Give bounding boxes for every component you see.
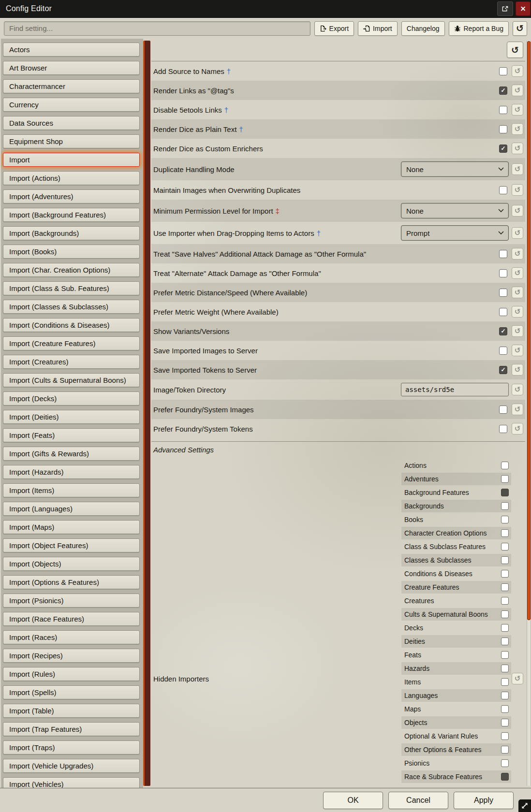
sidebar-item[interactable]: Import (Char. Creation Options) [3, 263, 140, 277]
row-reset-button[interactable]: ↺ [512, 306, 523, 318]
sidebar-item[interactable]: Import (Decks) [3, 392, 140, 406]
hidden-importer-checkbox[interactable]: ✓ [501, 556, 509, 564]
sidebar-item[interactable]: Import (Trap Features) [3, 722, 140, 736]
hidden-importer-checkbox[interactable]: ✓ [501, 719, 509, 726]
row-reset-button[interactable]: ↺ [512, 325, 523, 337]
sidebar-item[interactable]: Import (Recipes) [3, 649, 140, 663]
sidebar-item[interactable]: Import (Adventures) [3, 189, 140, 203]
main-scrollbar-thumb[interactable] [527, 41, 531, 620]
sidebar-item[interactable]: Import [3, 153, 140, 167]
setting-checkbox[interactable]: ✓ [499, 366, 507, 374]
row-reset-button[interactable]: ↺ [512, 143, 523, 154]
sidebar-scrollbar-thumb[interactable] [143, 41, 150, 786]
sidebar-item[interactable]: Import (Creature Features) [3, 336, 140, 350]
setting-checkbox[interactable]: ✓ [499, 308, 507, 316]
search-input[interactable] [4, 21, 310, 36]
setting-checkbox[interactable]: ✓ [499, 145, 507, 153]
sidebar-item[interactable]: Import (Spells) [3, 685, 140, 699]
row-reset-button[interactable]: ↺ [512, 85, 523, 96]
sidebar-item[interactable]: Import (Class & Sub. Features) [3, 281, 140, 295]
setting-checkbox[interactable]: ✓ [499, 106, 507, 114]
sidebar-item[interactable]: Import (Backgrounds) [3, 226, 140, 240]
reset-all-button[interactable]: ↺ [507, 42, 523, 58]
hidden-importer-checkbox[interactable]: ✓ [501, 597, 509, 605]
sidebar-item[interactable]: Import (Deities) [3, 410, 140, 424]
sidebar-item[interactable]: Import (Hazards) [3, 465, 140, 479]
row-reset-button[interactable]: ↺ [512, 345, 523, 356]
report-bug-button[interactable]: Report a Bug [449, 21, 509, 36]
sidebar-item[interactable]: Import (Races) [3, 630, 140, 644]
hidden-importers-reset-button[interactable]: ↺ [512, 673, 523, 684]
row-reset-button[interactable]: ↺ [512, 65, 523, 77]
import-button[interactable]: Import [358, 21, 398, 36]
row-reset-button[interactable]: ↺ [512, 163, 523, 175]
hidden-importer-checkbox[interactable]: ✓ [501, 583, 509, 591]
row-reset-button[interactable]: ↺ [512, 404, 523, 415]
row-reset-button[interactable]: ↺ [512, 423, 523, 435]
row-reset-button[interactable]: ↺ [512, 104, 523, 116]
hidden-importer-checkbox[interactable]: ✓ [501, 651, 509, 659]
hidden-importer-checkbox[interactable]: ✓ [501, 610, 509, 618]
hidden-importer-checkbox[interactable]: ✓ [501, 665, 509, 672]
sidebar-item[interactable]: Import (Rules) [3, 667, 140, 681]
sidebar-item[interactable]: Import (Objects) [3, 557, 140, 571]
close-button[interactable]: ✕ [516, 1, 531, 16]
setting-checkbox[interactable]: ✓ [499, 347, 507, 355]
setting-checkbox[interactable]: ✓ [499, 87, 507, 95]
hidden-importer-checkbox[interactable]: ✓ [501, 692, 509, 699]
setting-checkbox[interactable]: ✓ [499, 327, 507, 335]
setting-checkbox[interactable]: ✓ [499, 289, 507, 297]
main-scrollbar[interactable] [527, 41, 531, 786]
setting-text-input[interactable] [401, 383, 509, 396]
cancel-button[interactable]: Cancel [388, 792, 448, 809]
sidebar-item[interactable]: Import (Maps) [3, 520, 140, 534]
row-reset-button[interactable]: ↺ [512, 184, 523, 196]
row-reset-button[interactable]: ↺ [512, 267, 523, 279]
row-reset-button[interactable]: ↺ [512, 248, 523, 260]
row-reset-button[interactable]: ↺ [512, 364, 523, 376]
sidebar-item[interactable]: Import (Books) [3, 245, 140, 259]
sidebar-item[interactable]: Import (Object Features) [3, 538, 140, 552]
sidebar-item[interactable]: Import (Actions) [3, 171, 140, 185]
toolbar-reset-button[interactable]: ↺ [513, 21, 527, 36]
row-reset-button[interactable]: ↺ [512, 205, 523, 217]
sidebar-item[interactable]: Charactermancer [3, 79, 140, 93]
sidebar-item[interactable]: Data Sources [3, 116, 140, 130]
setting-checkbox[interactable]: ✓ [499, 125, 507, 133]
apply-button[interactable]: Apply [454, 792, 514, 809]
sidebar-item[interactable]: Import (Gifts & Rewards) [3, 447, 140, 461]
setting-checkbox[interactable]: ✓ [499, 250, 507, 258]
row-reset-button[interactable]: ↺ [512, 287, 523, 298]
sidebar-item[interactable]: Import (Traps) [3, 740, 140, 754]
export-button[interactable]: Export [314, 21, 354, 36]
hidden-importer-checkbox[interactable]: ✓ [501, 732, 509, 740]
sidebar-item[interactable]: Art Browser [3, 61, 140, 75]
hidden-importer-checkbox[interactable]: ✓ [501, 638, 509, 645]
hidden-importer-checkbox[interactable]: ✓ [501, 678, 509, 686]
hidden-importer-checkbox[interactable]: ✓ [501, 475, 509, 483]
setting-select[interactable]: Prompt [401, 225, 509, 241]
hidden-importer-checkbox[interactable]: ✓ [501, 489, 509, 496]
sidebar-item[interactable]: Import (Vehicles) [3, 777, 140, 788]
ok-button[interactable]: OK [323, 792, 383, 809]
hidden-importer-checkbox[interactable]: ✓ [501, 543, 509, 551]
setting-checkbox[interactable]: ✓ [499, 425, 507, 433]
sidebar-item[interactable]: Import (Languages) [3, 502, 140, 516]
resize-handle[interactable] [518, 799, 531, 812]
sidebar-item[interactable]: Import (Feats) [3, 428, 140, 442]
row-reset-button[interactable]: ↺ [512, 227, 523, 239]
sidebar-item[interactable]: Import (Race Features) [3, 612, 140, 626]
hidden-importer-checkbox[interactable]: ✓ [501, 759, 509, 767]
sidebar-item[interactable]: Import (Cults & Supernatural Boons) [3, 373, 140, 387]
hidden-importer-checkbox[interactable]: ✓ [501, 624, 509, 632]
sidebar-item[interactable]: Import (Options & Features) [3, 575, 140, 589]
hidden-importer-checkbox[interactable]: ✓ [501, 529, 509, 537]
sidebar-item[interactable]: Import (Conditions & Diseases) [3, 318, 140, 332]
setting-checkbox[interactable]: ✓ [499, 269, 507, 277]
setting-select[interactable]: None [401, 161, 509, 177]
sidebar-item[interactable]: Import (Classes & Subclasses) [3, 300, 140, 314]
changelog-button[interactable]: Changelog [401, 21, 445, 36]
setting-select[interactable]: None [401, 203, 509, 218]
titlebar[interactable]: Config Editor ✕ [0, 0, 531, 18]
setting-checkbox[interactable]: ✓ [499, 406, 507, 414]
